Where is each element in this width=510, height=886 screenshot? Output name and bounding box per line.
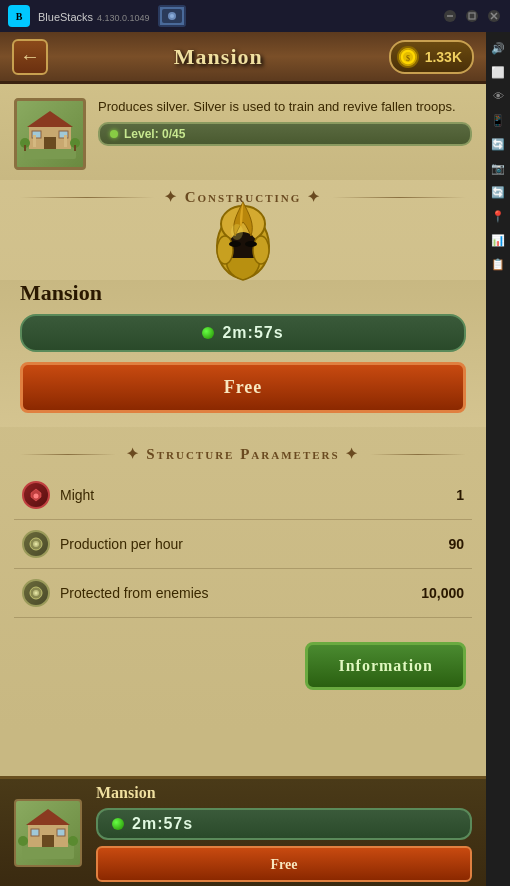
information-button[interactable]: Information — [305, 642, 466, 690]
svg-point-37 — [35, 592, 38, 595]
params-label: ✦ Structure Parameters ✦ — [126, 445, 361, 463]
svg-point-45 — [68, 836, 78, 846]
params-divider-line-left — [20, 454, 116, 455]
timer-gem-icon — [202, 327, 214, 339]
game-area: ← Mansion $ 1.33K — [0, 32, 486, 886]
sidebar-btn-stats[interactable]: 📊 — [488, 230, 508, 250]
param-row-might: Might 1 — [14, 471, 472, 520]
free-button[interactable]: Free — [20, 362, 466, 413]
param-value-protected: 10,000 — [421, 585, 464, 601]
bottom-free-button-label: Free — [271, 857, 298, 872]
svg-text:$: $ — [406, 54, 410, 63]
svg-point-29 — [229, 241, 241, 247]
param-name-protected: Protected from enemies — [60, 585, 411, 601]
svg-rect-43 — [57, 829, 65, 836]
bottom-mansion-icon — [16, 801, 80, 865]
svg-rect-22 — [74, 145, 76, 151]
helmet-icon — [207, 194, 279, 290]
construction-panel: Mansion 2m:57s Free — [0, 280, 486, 427]
sidebar-btn-rotate[interactable]: 🔄 — [488, 134, 508, 154]
bottom-free-button[interactable]: Free — [96, 846, 472, 882]
sidebar-btn-screen[interactable]: ⬜ — [488, 62, 508, 82]
params-section: Might 1 Production per hour 90 — [0, 471, 486, 632]
param-row-protected: Protected from enemies 10,000 — [14, 569, 472, 618]
bottom-timer-text: 2m:57s — [132, 815, 193, 833]
svg-point-44 — [18, 836, 28, 846]
bottom-spacer — [0, 710, 486, 730]
svg-point-27 — [253, 236, 269, 264]
main-content: Produces silver. Silver is used to train… — [0, 84, 486, 730]
sidebar-btn-mobile[interactable]: 📱 — [488, 110, 508, 130]
svg-rect-21 — [24, 145, 26, 151]
svg-rect-18 — [64, 135, 67, 147]
svg-marker-40 — [26, 809, 70, 825]
param-row-production: Production per hour 90 — [14, 520, 472, 569]
bottom-panel: Mansion 2m:57s Free — [0, 776, 486, 886]
svg-point-3 — [170, 14, 174, 18]
svg-rect-17 — [33, 135, 36, 147]
mansion-thumbnail-icon — [19, 105, 81, 163]
app-title: BlueStacks 4.130.0.1049 — [38, 7, 150, 25]
gold-amount-text: 1.33K — [425, 49, 462, 65]
bottom-building-info: Mansion 2m:57s Free — [96, 784, 472, 882]
structure-params-divider: ✦ Structure Parameters ✦ — [0, 437, 486, 471]
gold-display: $ 1.33K — [389, 40, 474, 74]
bottom-building-name: Mansion — [96, 784, 472, 802]
svg-point-28 — [231, 224, 243, 240]
window-controls — [442, 8, 502, 24]
level-dot-icon — [110, 130, 118, 138]
level-text: Level: 0/45 — [124, 127, 185, 141]
timer-bar: 2m:57s — [20, 314, 466, 352]
screen-title: Mansion — [174, 44, 263, 70]
might-icon — [22, 481, 50, 509]
sidebar-btn-clipboard[interactable]: 📋 — [488, 254, 508, 274]
protection-icon — [22, 579, 50, 607]
sidebar-btn-camera[interactable]: 📷 — [488, 158, 508, 178]
building-info-row: Produces silver. Silver is used to train… — [0, 84, 486, 180]
info-btn-area: Information — [0, 632, 486, 710]
svg-rect-42 — [31, 829, 39, 836]
back-button[interactable]: ← — [12, 39, 48, 75]
svg-point-31 — [34, 494, 39, 499]
helmet-decoration — [0, 194, 486, 290]
information-button-label: Information — [338, 657, 433, 674]
sidebar-btn-refresh[interactable]: 🔄 — [488, 182, 508, 202]
param-value-might: 1 — [456, 487, 464, 503]
free-button-label: Free — [224, 377, 263, 397]
svg-point-5 — [466, 10, 478, 22]
bottom-building-thumbnail — [14, 799, 82, 867]
params-divider-line-right — [370, 454, 466, 455]
svg-rect-14 — [44, 137, 56, 149]
sidebar-btn-view[interactable]: 👁 — [488, 86, 508, 106]
svg-point-30 — [245, 241, 257, 247]
svg-rect-41 — [42, 835, 54, 847]
title-bar: B BlueStacks 4.130.0.1049 — [0, 0, 510, 32]
level-bar: Level: 0/45 — [98, 122, 472, 146]
scroll-area[interactable]: Produces silver. Silver is used to train… — [0, 84, 486, 776]
svg-marker-13 — [27, 111, 73, 127]
svg-point-34 — [35, 543, 38, 546]
right-sidebar: 🔊 ⬜ 👁 📱 🔄 📷 🔄 📍 📊 📋 — [486, 32, 510, 886]
bluestacks-logo: B — [8, 5, 30, 27]
game-top-bar: ← Mansion $ 1.33K — [0, 32, 486, 84]
bottom-timer-gem — [112, 818, 124, 830]
sidebar-btn-sound[interactable]: 🔊 — [488, 38, 508, 58]
production-icon — [22, 530, 50, 558]
param-name-production: Production per hour — [60, 536, 438, 552]
building-info-text: Produces silver. Silver is used to train… — [98, 98, 472, 146]
building-thumbnail — [14, 98, 86, 170]
bottom-timer-bar: 2m:57s — [96, 808, 472, 840]
building-description: Produces silver. Silver is used to train… — [98, 98, 472, 116]
param-value-production: 90 — [448, 536, 464, 552]
param-name-might: Might — [60, 487, 446, 503]
timer-text: 2m:57s — [222, 324, 283, 342]
gold-coin-icon: $ — [397, 46, 419, 68]
sidebar-btn-location[interactable]: 📍 — [488, 206, 508, 226]
app-tab[interactable] — [158, 5, 186, 27]
svg-point-26 — [217, 236, 233, 264]
